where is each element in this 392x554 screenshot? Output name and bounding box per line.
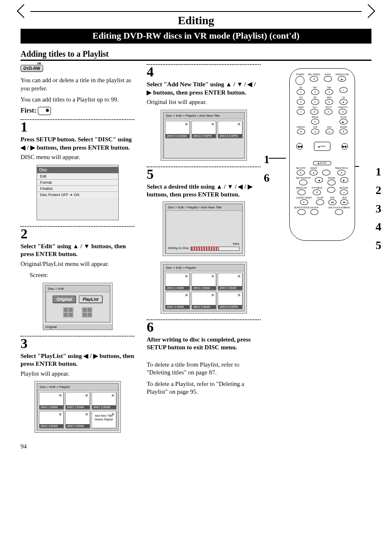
disc-menu-screen: Disc Edit Format Finalize Disc Protect O… [37,165,119,220]
rec-button: ● [297,170,305,175]
num-1-button: 1 [297,89,305,95]
num-2-button: 2 [311,89,319,95]
step-5-number: 5 [147,167,261,181]
pause-button: ⏸ [339,129,348,134]
thumb-label: JAN/12 8:00PM [218,305,242,309]
title-thumb: JAN/12 5:00PM [191,121,216,138]
dpad: ◀◀ ▶PLAY ▶▶ [294,136,350,157]
remote-callout-right: 1 2 3 4 5 [376,163,381,255]
rewind-button: ◀◀ [296,143,303,150]
callout-2: 2 [376,181,381,200]
clear-button: ● [300,199,308,205]
section-heading: Adding titles to a Playlist [21,49,371,61]
zoom-button [316,199,324,205]
btn-label: ABC [313,87,317,89]
progress-fill [191,247,219,250]
thumb-label: JAN/1 5:00AM [192,305,216,309]
disc-menu-item: Disc Protect OFF ➜ ON [37,192,118,198]
first-label: First: [21,107,134,115]
disc-menu-item: Finalize [37,185,118,192]
playlist-screen: Disc > Edit > Playlist JAN/1 1:00AM JAN/… [35,381,121,433]
btn-label: AUDIO [325,74,331,76]
thumb-label: JAN/1 3:00AM [92,405,116,409]
cm-skip-button [310,209,318,215]
btn-label: MNO [327,97,332,99]
btn-label: CH [342,97,345,99]
btn-label: PQRS [298,106,304,108]
audio-button [324,76,332,82]
stop-label: STOP [320,162,327,164]
dvd-button: ⊙ [325,129,334,134]
remote-control: POWER REC SPEED● AUDIO OPEN/CLOSE⏏ .@/:1… [289,68,355,241]
btn-label: OPEN/CLOSE [335,74,349,76]
column-left: DVD-RW You can add or delete a title in … [21,64,134,439]
btn-label: CLEAR/C.RESET [296,197,312,199]
ch-up-button: ▲ [339,99,348,105]
breadcrumb: Disc > Edit > Playlist [164,265,244,271]
right-button: ▶ [340,177,348,183]
title-thumb: JAN/1 4:00AM [165,292,190,309]
step-2-instruction: Select "Edit" using ▲ / ▼ buttons, then … [21,242,134,259]
btn-label: REC/OTR [296,167,305,169]
step-4-number: 4 [147,65,261,79]
btn-label: SEARCH MODE [294,207,309,209]
thumb-label: JAN/1 5:00AM [66,424,90,428]
title-thumb: JAN/1 1:00AM [39,392,64,409]
thumb-label: JAN/1 3:00AM [218,286,242,290]
step-2-result: Original/PlayList menu will appear. [21,260,134,268]
title-thumb: JAN/10 10:30AM [165,121,190,138]
writing-screen: Disc > Edit > Playlist > Add New Title 5… [163,201,245,256]
forward-button: ▶▶ [341,143,348,150]
video-tv-button: ● [339,109,347,115]
callout-6: 6 [264,169,270,187]
btn-label: SPACE [311,116,318,118]
num-4-button: 4 [297,99,305,105]
dvd-rw-badge: DVD-RW [21,65,43,72]
callout-3: 3 [376,200,381,218]
step-3-number: 3 [21,337,134,351]
btn-label: CM SKIP [310,207,319,209]
add-title-screen: Disc > Edit > Playlist > Add New Title J… [161,110,247,161]
title-thumb: JAN/1 2:00AM [191,273,216,290]
btn-label: VCR [313,126,318,128]
thumb-label: JAN/12 5:00PM [192,134,216,138]
btn-label: REC MONITOR [296,177,310,179]
vcr-button: ⊙ [311,129,319,134]
btn-label: SKIP [330,197,334,199]
callout-1: 1 [376,163,381,181]
btn-label: SKIP [342,197,347,199]
btn-label: WXYZ [325,106,331,108]
display-button: ● [297,129,305,134]
num-5-button: 5 [311,99,319,105]
step-3-result: Playlist will appear. [21,370,134,378]
btn-label: MENU/LIST [296,187,307,189]
step-4-result: Original list will appear. [147,98,261,106]
page-title: Editing [21,14,371,27]
thumb-label: JAN/1 4:00AM [39,424,63,428]
enter-button [327,180,336,185]
column-right: 1 6 1 2 3 4 5 POWER REC SPEED● AUDIO OPE… [273,64,371,439]
step-6-instruction: After writing to disc is completed, pres… [147,336,261,352]
disc-menu-title: Disc [37,167,118,173]
left-button: ◀ [315,177,323,183]
btn-label: SETUP [310,167,317,169]
step-4-instruction: Select "Add New Title" using ▲ / ▼ / ◀ /… [147,81,261,97]
status-bar: Original [43,324,112,330]
callout-line [269,158,286,159]
title-thumb: JAN/1 4:00AM [39,411,64,428]
playlist-button: PlayList [79,295,102,303]
add-new-title-option: Add New TitleDelete Playlist [92,411,116,428]
callout-1: 1 [264,150,270,169]
thumb-label: JAN/1 1:00AM [166,286,189,290]
playlist-icon [82,307,92,318]
breadcrumb: Disc > Edit > Playlist > Add New Title [166,204,242,211]
delete-playlist-label: Delete Playlist [95,418,113,421]
menu-button [297,189,306,195]
title-thumb: JAN/1 5:00AM [65,411,90,428]
breadcrumb: Disc > Edit [46,286,110,292]
rec-monitor-button [299,180,307,185]
num-8-button: 8 [310,109,318,115]
play-button: ▶PLAY [314,142,330,151]
callout-5: 5 [376,236,381,255]
return-button: ↩ [340,189,348,195]
